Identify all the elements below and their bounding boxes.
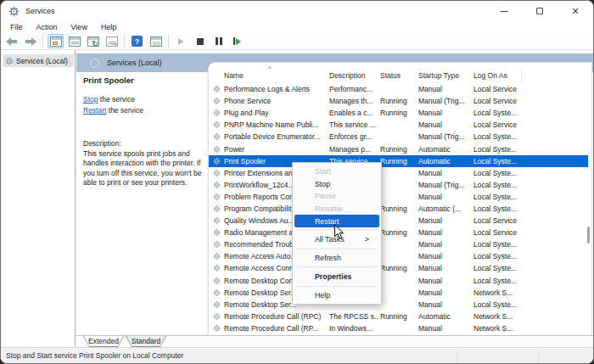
service-gear-icon <box>213 193 221 200</box>
help-button[interactable]: ? <box>129 34 145 48</box>
service-row[interactable]: Program Compatibilit...RunningAutomatic … <box>209 203 588 215</box>
cell-startup: Manual <box>418 240 472 249</box>
pause-service-button[interactable] <box>210 34 227 48</box>
tree-item-label: Services (Local) <box>16 57 68 65</box>
service-row[interactable]: Remote Desktop Ser...ManualNetwork S... <box>209 287 588 299</box>
cell-logon: Local Syste... <box>474 240 533 249</box>
context-menu-item-properties[interactable]: Properties <box>294 270 379 284</box>
show-taskpad-icon <box>150 36 162 47</box>
service-row[interactable]: Remote Procedure Call (RP...In Windows..… <box>209 322 588 334</box>
cell-desc: Manages th... <box>329 97 378 105</box>
column-header-status[interactable]: Status <box>380 71 401 80</box>
restart-service-icon <box>233 37 241 45</box>
cell-logon: Local Service <box>474 97 533 105</box>
service-row[interactable]: Portable Device Enumerator...Enforces gr… <box>209 131 588 143</box>
maximize-icon <box>536 8 543 14</box>
toolbar-separator <box>124 35 125 48</box>
service-row[interactable]: Print SpoolerThis service...RunningAutom… <box>209 155 588 167</box>
scrollbar-thumb[interactable] <box>587 227 590 244</box>
cell-status: Running <box>380 204 417 213</box>
stop-service-button[interactable] <box>192 34 208 48</box>
service-row[interactable]: Performance Logs & AlertsPerformanc...Ma… <box>209 83 588 95</box>
column-header-description[interactable]: Description <box>329 71 366 80</box>
back-button[interactable] <box>3 34 20 48</box>
menu-item-label: Properties <box>315 272 352 281</box>
toolbar-separator <box>168 35 169 48</box>
cell-startup: Manual <box>418 264 472 272</box>
show-taskpad-button[interactable] <box>148 34 164 48</box>
tab-label: Standard <box>126 336 165 346</box>
service-gear-icon <box>213 109 221 117</box>
tab-standard[interactable]: Standard <box>126 336 166 347</box>
service-row[interactable]: Plug and PlayEnables a c...RunningManual… <box>209 107 588 119</box>
export-list-button[interactable]: → <box>104 34 120 48</box>
service-row[interactable]: PNRP Machine Name Publi...This service .… <box>209 119 588 131</box>
cell-startup: Manual (Trig... <box>418 132 472 141</box>
tree-item-services-local[interactable]: Services (Local) <box>3 54 74 67</box>
service-gear-icon <box>213 169 221 176</box>
cell-status: Running <box>380 228 417 237</box>
cell-logon: Local Syste... <box>474 145 533 154</box>
cell-name: Portable Device Enumerator... <box>224 132 328 141</box>
cell-startup: Manual <box>418 193 472 201</box>
minimize-icon <box>501 11 508 12</box>
back-icon <box>6 37 18 46</box>
service-gear-icon <box>213 253 221 260</box>
context-menu-item-refresh[interactable]: Refresh <box>294 252 379 265</box>
refresh-button[interactable]: ↻ <box>85 34 101 48</box>
view-tabs: ExtendedStandard <box>76 335 594 347</box>
column-header-startup-type[interactable]: Startup Type <box>418 71 459 80</box>
service-row[interactable]: Radio Management a...RunningManualLocal … <box>209 227 588 238</box>
menu-separator <box>296 249 378 249</box>
show-console-tree-button[interactable] <box>48 34 64 48</box>
menu-action[interactable]: Action <box>30 21 64 33</box>
context-menu-item-start: Start <box>294 165 379 178</box>
forward-button[interactable] <box>22 34 38 48</box>
cell-startup: Manual <box>418 109 472 117</box>
column-header-log-on-as[interactable]: Log On As <box>474 71 507 80</box>
close-button[interactable]: ✕ <box>558 1 593 21</box>
tab-extended[interactable]: Extended <box>83 336 124 347</box>
properties-window-button[interactable] <box>66 34 82 48</box>
cell-logon: Local Syste... <box>474 109 533 117</box>
service-row[interactable]: Remote Procedure Call (RPC)The RPCSS s..… <box>209 311 588 322</box>
service-row[interactable]: Remote Desktop Ser...ManualLocal Syste..… <box>209 299 588 311</box>
menu-help[interactable]: Help <box>94 21 124 33</box>
service-row[interactable]: Remote Access Auto...ManualLocal Syste..… <box>209 250 588 262</box>
minimize-button[interactable] <box>486 1 522 21</box>
service-row[interactable]: Problem Reports Con...ManualLocal Syste.… <box>209 191 588 203</box>
menu-view[interactable]: View <box>64 21 94 33</box>
service-row[interactable]: Quality Windows Au...ManualLocal Service <box>209 215 588 227</box>
context-menu-item-stop[interactable]: Stop <box>294 178 379 191</box>
service-row[interactable]: Phone ServiceManages th...RunningManual … <box>209 95 588 107</box>
menu-bar: FileActionViewHelp <box>1 21 593 33</box>
service-row[interactable]: Remote Desktop Con...ManualLocal Syste..… <box>209 275 588 287</box>
menu-file[interactable]: File <box>3 21 30 33</box>
title-bar: Services ✕ <box>1 1 593 21</box>
service-row[interactable]: PrintWorkflow_12c4...Manual (Trig...Loca… <box>209 179 588 191</box>
service-row[interactable]: Printer Extensions and N...ManualLocal S… <box>209 167 588 179</box>
status-text: Stop and Start service Print Spooler on … <box>6 351 183 360</box>
refresh-icon: ↻ <box>87 36 99 47</box>
toolbar: ↻→? <box>1 33 593 50</box>
cell-startup: Manual <box>418 120 472 129</box>
restart-service-link[interactable]: Restart <box>83 106 106 115</box>
start-service-button[interactable] <box>173 34 189 48</box>
properties-window-icon <box>69 36 81 47</box>
context-menu-item-help[interactable]: Help <box>294 289 379 302</box>
column-header-name[interactable]: Name <box>224 71 244 80</box>
menu-item-label: Start <box>315 167 331 176</box>
cell-name: Remote Procedure Call (RP... <box>224 324 328 333</box>
stop-service-link[interactable]: Stop <box>83 95 98 104</box>
service-gear-icon <box>213 265 221 272</box>
service-row[interactable]: Remote Access Conn...RunningManualLocal … <box>209 262 588 274</box>
cell-logon: Local Syste... <box>474 193 533 201</box>
service-row[interactable]: Recommended Troub...ManualLocal Syste... <box>209 238 588 250</box>
cell-name: PNRP Machine Name Publi... <box>224 120 328 129</box>
service-gear-icon <box>213 241 221 249</box>
maximize-button[interactable] <box>522 1 558 21</box>
vertical-scrollbar[interactable] <box>587 83 590 334</box>
restart-service-button[interactable] <box>229 34 245 48</box>
menu-separator <box>296 266 378 267</box>
service-row[interactable]: PowerManages p...RunningAutomaticLocal S… <box>209 143 588 154</box>
